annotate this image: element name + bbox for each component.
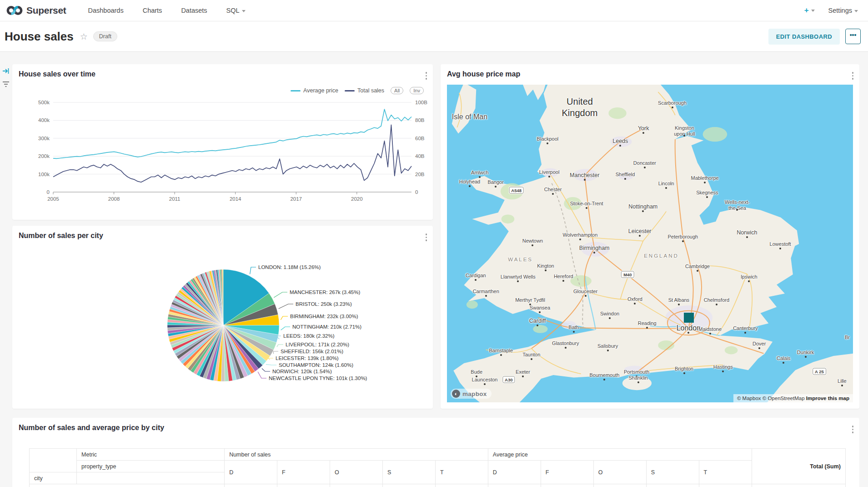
nav-item-charts[interactable]: Charts <box>143 7 162 14</box>
map-label: Amlwch <box>471 170 489 175</box>
zoom-all-button[interactable]: All <box>391 87 403 94</box>
zoom-inverse-button[interactable]: Inv <box>410 87 424 94</box>
map-label: Bangor <box>487 179 503 185</box>
value-cell: 294k <box>699 484 752 487</box>
chart-title: Number of sales and average price by cit… <box>19 424 164 432</box>
road-shield-badge: A548 <box>509 187 524 193</box>
map-label: Hereford <box>554 274 573 279</box>
property-type-column-header[interactable]: F <box>541 461 593 484</box>
map-city-dot <box>586 207 587 209</box>
new-item-button[interactable]: + <box>804 6 815 15</box>
property-type-column-header[interactable]: O <box>593 461 646 484</box>
map-label: Ipswich <box>741 274 758 279</box>
map-label: Doncaster <box>633 160 656 166</box>
map-city-dot <box>547 142 548 144</box>
map-city-dot <box>783 362 784 364</box>
map-city-dot <box>479 176 481 178</box>
map-city-dot <box>665 187 667 189</box>
property-type-column-header[interactable]: D <box>225 461 277 484</box>
map-city-dot <box>584 179 586 181</box>
svg-text:MANCHESTER: 267k (3.45%): MANCHESTER: 267k (3.45%) <box>290 289 360 295</box>
property-type-column-header[interactable]: F <box>277 461 330 484</box>
value-cell: 555k <box>488 484 541 487</box>
map-city-dot <box>736 209 738 211</box>
svg-text:SHEFFIELD: 156k (2.01%): SHEFFIELD: 156k (2.01%) <box>281 349 343 354</box>
map-label: Calais <box>777 355 791 361</box>
svg-text:2020: 2020 <box>351 196 363 202</box>
map-base-layer <box>447 85 853 402</box>
chart-menu-kebab-icon[interactable] <box>851 71 855 81</box>
map-label: Isle of Man <box>452 113 487 121</box>
map-label: Launceston <box>472 377 498 382</box>
map-city-dot <box>485 295 487 297</box>
map-city-dot <box>716 304 717 305</box>
map-label: ENGLAND <box>644 253 679 259</box>
svg-text:20B: 20B <box>415 172 425 177</box>
map-city-dot <box>748 280 750 282</box>
table-row[interactable]: ABBOTS LANGLEY539635268411.12k555k202k74… <box>30 484 846 487</box>
nav-item-dashboards[interactable]: Dashboards <box>88 7 123 14</box>
map-city-dot <box>709 333 711 335</box>
edit-dashboard-button[interactable]: EDIT DASHBOARD <box>768 29 840 45</box>
value-cell: 379k <box>646 484 699 487</box>
value-cell: 746k <box>593 484 646 487</box>
map-city-dot <box>537 325 538 326</box>
filter-funnel-icon[interactable] <box>2 81 10 89</box>
status-badge: Draft <box>93 31 117 41</box>
brand-name: Superset <box>26 5 66 16</box>
legend-average-price[interactable]: Average price <box>291 87 338 94</box>
chart-card-house-sales-over-time: House sales over time Average price Tota… <box>12 64 433 220</box>
map-city-dot <box>841 385 843 386</box>
map-label: Stoke-on-Trent <box>570 201 603 206</box>
chart-card-avg-house-price-map: Avg house price map <box>441 64 859 409</box>
property-type-column-header[interactable]: S <box>646 461 699 484</box>
svg-text:80B: 80B <box>415 117 425 123</box>
svg-text:40B: 40B <box>415 153 425 159</box>
map-city-dot <box>672 107 673 108</box>
expand-filter-bar-icon[interactable] <box>2 67 10 76</box>
svg-text:60B: 60B <box>415 136 425 141</box>
map-label: United Kingdom <box>552 96 607 119</box>
map-label: Scarborough <box>658 100 687 106</box>
map-label: WALES <box>508 257 533 262</box>
map-label: Sheffield <box>616 172 635 177</box>
property-type-column-header[interactable]: T <box>699 461 752 484</box>
chart-menu-kebab-icon[interactable] <box>851 424 855 435</box>
nav-item-datasets[interactable]: Datasets <box>181 7 207 14</box>
chart-menu-kebab-icon[interactable] <box>424 232 429 243</box>
group-average-price: Average price <box>488 449 752 461</box>
more-options-button[interactable]: ••• <box>845 29 861 44</box>
property-type-column-header[interactable]: D <box>488 461 541 484</box>
svg-text:LEEDS: 180k (2.32%): LEEDS: 180k (2.32%) <box>283 333 335 339</box>
map-label: Lincoln <box>658 181 674 186</box>
top-navbar: Superset Dashboards Charts Datasets SQL … <box>0 0 868 21</box>
favorite-star-icon[interactable]: ☆ <box>80 31 88 42</box>
nav-item-sql[interactable]: SQL <box>226 7 246 14</box>
property-type-column-header[interactable]: T <box>435 461 488 484</box>
chart-title: Number of sales per city <box>19 232 103 240</box>
svg-text:0: 0 <box>47 189 50 195</box>
svg-text:400k: 400k <box>38 117 50 123</box>
property-type-column-header[interactable]: S <box>382 461 435 484</box>
map-label: Brighton <box>675 366 693 371</box>
value-cell: 202k <box>541 484 593 487</box>
pie-chart-plot[interactable]: LONDON: 1.18M (15.26%)MANCHESTER: 267k (… <box>12 226 433 409</box>
city-cell: ABBOTS LANGLEY <box>30 484 225 487</box>
improve-map-link[interactable]: Improve this map <box>806 396 849 401</box>
city-header: city <box>30 472 77 484</box>
svg-text:200k: 200k <box>38 153 50 159</box>
chart-menu-kebab-icon[interactable] <box>424 71 429 81</box>
superset-logo[interactable]: Superset <box>6 5 66 16</box>
property-type-column-header[interactable]: O <box>330 461 383 484</box>
svg-text:2017: 2017 <box>290 196 302 202</box>
svg-text:BIRMINGHAM: 232k (3.00%): BIRMINGHAM: 232k (3.00%) <box>290 314 358 319</box>
mapbox-map[interactable]: United KingdomIsle of ManScarboroughYork… <box>447 85 853 402</box>
map-label: Dunkirk <box>797 350 814 355</box>
settings-menu[interactable]: Settings <box>828 7 858 14</box>
value-cell: 635 <box>277 484 330 487</box>
svg-text:NEWCASTLE UPON TYNE: 101k (1.3: NEWCASTLE UPON TYNE: 101k (1.30%) <box>269 375 367 381</box>
mapbox-logo[interactable]: ◐ mapbox <box>451 389 492 399</box>
map-marker-london[interactable] <box>684 313 694 323</box>
road-shield-badge: A 25 <box>813 368 826 375</box>
legend-total-sales[interactable]: Total sales <box>345 87 384 94</box>
